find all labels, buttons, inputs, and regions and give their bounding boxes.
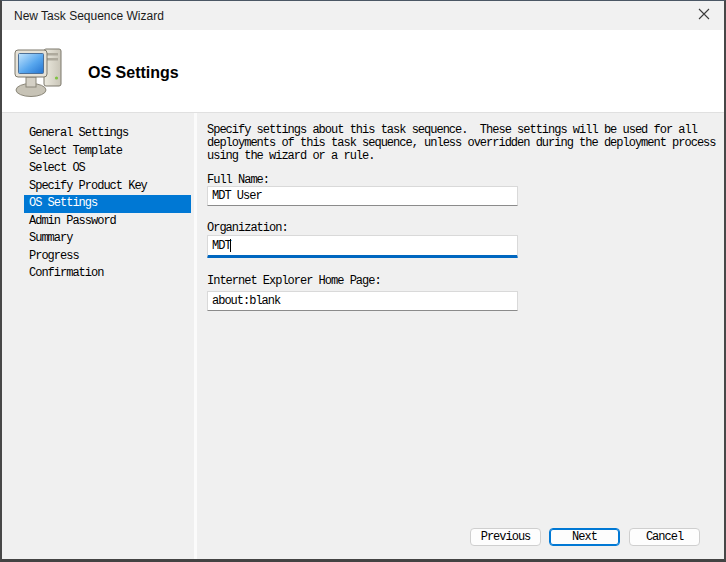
organization-label: Organization: xyxy=(207,221,288,235)
window-title: New Task Sequence Wizard xyxy=(14,9,164,23)
sidebar-item-admin-password: Admin Password xyxy=(24,213,191,231)
computer-icon xyxy=(14,44,70,100)
new-task-sequence-wizard-window: New Task Sequence Wizard xyxy=(0,0,726,562)
previous-button[interactable]: Previous xyxy=(470,528,541,546)
page-description: Specify settings about this task sequenc… xyxy=(207,124,723,163)
ie-home-page-input[interactable] xyxy=(207,291,518,311)
ie-home-page-label: Internet Explorer Home Page: xyxy=(207,274,381,288)
close-button[interactable] xyxy=(684,1,724,30)
sidebar-item-select-os: Select OS xyxy=(24,160,191,178)
wizard-body: General Settings Select Template Select … xyxy=(2,113,724,559)
wizard-header: OS Settings xyxy=(2,30,724,113)
wizard-steps-list: General Settings Select Template Select … xyxy=(2,113,194,559)
sidebar-item-specify-product-key: Specify Product Key xyxy=(24,178,191,196)
sidebar-item-progress: Progress xyxy=(24,248,191,266)
sidebar-item-general-settings: General Settings xyxy=(24,125,191,143)
sidebar-item-summary: Summary xyxy=(24,230,191,248)
cancel-button[interactable]: Cancel xyxy=(629,528,700,546)
titlebar: New Task Sequence Wizard xyxy=(2,1,724,30)
sidebar-item-confirmation: Confirmation xyxy=(24,265,191,283)
organization-input[interactable] xyxy=(207,235,518,258)
full-name-input[interactable] xyxy=(207,186,518,206)
text-cursor xyxy=(230,239,231,252)
sidebar-item-os-settings: OS Settings xyxy=(24,195,191,213)
close-icon xyxy=(698,8,710,23)
sidebar-item-select-template: Select Template xyxy=(24,143,191,161)
next-button[interactable]: Next xyxy=(549,528,620,546)
page-title: OS Settings xyxy=(88,64,179,82)
main-pane: Specify settings about this task sequenc… xyxy=(197,113,724,559)
full-name-label: Full Name: xyxy=(207,173,269,187)
